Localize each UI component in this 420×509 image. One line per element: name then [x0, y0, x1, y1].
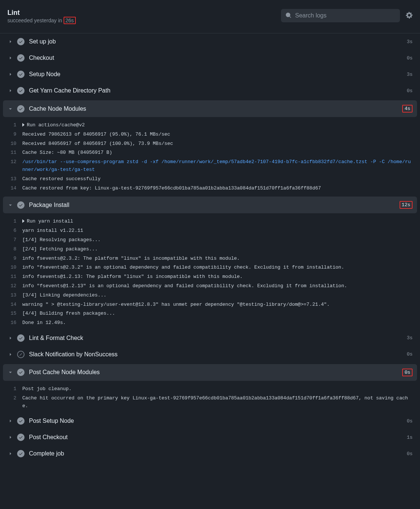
log-line: 9Received 79862613 of 84056917 (95.0%), …	[0, 130, 420, 139]
step-header[interactable]: Cache Node Modules4s	[3, 100, 417, 117]
log-line-number: 1	[0, 218, 22, 226]
check-icon	[17, 54, 25, 62]
step-row: Lint & Format Check3s	[0, 330, 420, 346]
search-icon	[285, 12, 295, 19]
log-line: 12/usr/bin/tar --use-compress-program zs…	[0, 158, 420, 175]
log-line-number: 11	[0, 149, 22, 157]
check-icon	[17, 87, 25, 94]
check-icon	[17, 38, 25, 45]
search-logs[interactable]	[281, 9, 400, 22]
chevron-right-icon	[7, 88, 13, 94]
log-line-text: info fsevents@2.3.2: The platform "linux…	[22, 255, 420, 263]
log-line: 14Cache restored from key: Linux-ga-test…	[0, 184, 420, 193]
step-title: Slack Notification by NonSuccess	[29, 351, 407, 358]
step-duration: 0s	[402, 369, 413, 376]
log-line-number: 6	[0, 227, 22, 235]
job-total-duration: 26s	[64, 17, 76, 24]
log-line: 1Run actions/cache@v2	[0, 121, 420, 130]
chevron-down-icon	[7, 202, 13, 208]
log-line: 1Run yarn install	[0, 217, 420, 226]
step-row: Post Checkout1s	[0, 429, 420, 445]
log-line-number: 14	[0, 301, 22, 309]
chevron-right-icon	[7, 451, 13, 457]
gear-icon	[406, 12, 413, 19]
step-duration: 3s	[407, 39, 413, 45]
step-header[interactable]: Setup Node3s	[0, 66, 420, 82]
log-line-text: Received 79862613 of 84056917 (95.0%), 7…	[22, 131, 420, 139]
log-line-number: 9	[0, 255, 22, 263]
log-line-text: Run actions/cache@v2	[22, 121, 420, 129]
step-header[interactable]: Get Yarn Cache Directory Path0s	[0, 82, 420, 99]
skipped-icon	[17, 351, 25, 358]
step-title: Set up job	[29, 38, 407, 45]
step-duration: 0s	[407, 451, 413, 457]
step-header[interactable]: Slack Notification by NonSuccess0s	[0, 346, 420, 363]
expand-arrow-icon[interactable]	[22, 219, 25, 223]
check-icon	[17, 71, 25, 78]
log-line-text: info "fsevents@1.2.13" is an optional de…	[22, 282, 420, 290]
step-header[interactable]: Set up job3s	[0, 33, 420, 50]
check-icon	[17, 201, 25, 209]
log-line-text: info fsevents@1.2.13: The platform "linu…	[22, 273, 420, 281]
log-line: 10Received 84056917 of 84056917 (100.0%)…	[0, 139, 420, 149]
step-row: Set up job3s	[0, 33, 420, 50]
log-line-text: yarn install v1.22.11	[22, 227, 420, 235]
step-title: Setup Node	[29, 71, 407, 78]
step-list: Set up job3sCheckout0sSetup Node3sGet Ya…	[0, 33, 420, 462]
log-line-number: 11	[0, 273, 22, 281]
check-icon	[17, 417, 25, 425]
search-input[interactable]	[295, 12, 395, 19]
log-line: 16Done in 12.49s.	[0, 318, 420, 328]
chevron-down-icon	[7, 106, 13, 112]
log-line: 7[1/4] Resolving packages...	[0, 236, 420, 245]
chevron-right-icon	[7, 434, 13, 440]
log-line-text: [4/4] Building fresh packages...	[22, 310, 420, 318]
step-header[interactable]: Post Checkout1s	[0, 429, 420, 445]
settings-button[interactable]	[406, 12, 413, 20]
log-line-text: [1/4] Resolving packages...	[22, 236, 420, 244]
log-line-text: Received 84056917 of 84056917 (100.0%), …	[22, 140, 420, 148]
log-line: 11Cache Size: ~80 MB (84056917 B)	[0, 148, 420, 158]
header-left: Lint succeeded yesterday in 26s	[7, 9, 76, 23]
chevron-right-icon	[7, 71, 13, 77]
step-duration: 0s	[407, 418, 413, 424]
job-status-text: succeeded yesterday in	[7, 17, 62, 23]
log-line-text: Done in 12.49s.	[22, 319, 420, 327]
log-line-number: 14	[0, 185, 22, 192]
step-header[interactable]: Complete job0s	[0, 445, 420, 462]
log-line-number: 1	[0, 121, 22, 129]
log-line-text: Cache restored from key: Linux-ga-test-9…	[22, 185, 420, 192]
step-row: Complete job0s	[0, 445, 420, 462]
step-title: Cache Node Modules	[29, 106, 402, 112]
log-line: 6yarn install v1.22.11	[0, 226, 420, 236]
log-line-text: Cache hit occurred on the primary key Li…	[22, 395, 420, 410]
chevron-right-icon	[7, 335, 13, 341]
step-duration: 0s	[407, 88, 413, 94]
log-line-text: info "fsevents@2.3.2" is an optional dep…	[22, 264, 420, 272]
step-header[interactable]: Post Setup Node0s	[0, 413, 420, 429]
log-line: 2Cache hit occurred on the primary key L…	[0, 394, 420, 411]
log-line: 14warning " > @testing-library/user-even…	[0, 300, 420, 309]
log-line-number: 7	[0, 236, 22, 244]
svg-line-0	[20, 353, 22, 356]
check-icon	[17, 434, 25, 441]
step-title: Get Yarn Cache Directory Path	[29, 87, 407, 94]
log-line-number: 9	[0, 131, 22, 139]
step-header[interactable]: Lint & Format Check3s	[0, 330, 420, 346]
step-header[interactable]: Post Cache Node Modules0s	[3, 364, 417, 381]
log-line-number: 16	[0, 319, 22, 327]
step-log: 1Run actions/cache@v29Received 79862613 …	[0, 119, 420, 195]
log-line: 10info "fsevents@2.3.2" is an optional d…	[0, 263, 420, 272]
log-line-text: Cache restored successfully	[22, 175, 420, 183]
chevron-right-icon	[7, 351, 13, 357]
step-row: Slack Notification by NonSuccess0s	[0, 346, 420, 363]
log-line-number: 10	[0, 264, 22, 272]
log-line: 1Post job cleanup.	[0, 385, 420, 394]
log-line-number: 2	[0, 395, 22, 410]
step-header[interactable]: Package Install12s	[3, 197, 417, 213]
chevron-down-icon	[7, 369, 13, 375]
chevron-right-icon	[7, 39, 13, 45]
expand-arrow-icon[interactable]	[22, 123, 25, 127]
step-row: Setup Node3s	[0, 66, 420, 82]
step-header[interactable]: Checkout0s	[0, 50, 420, 66]
